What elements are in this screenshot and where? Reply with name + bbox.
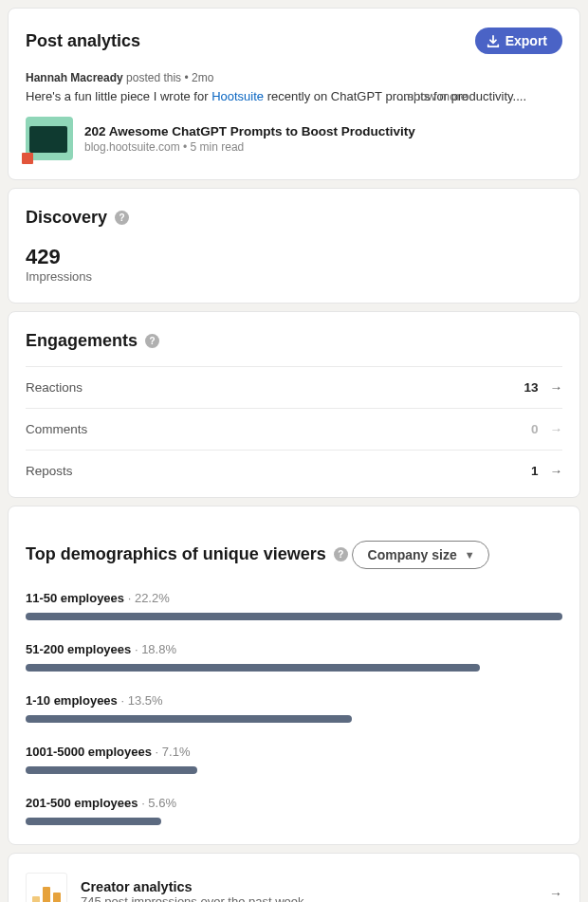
download-icon (487, 34, 500, 47)
demographic-row: 11-50 employees · 22.2% (26, 590, 562, 620)
discovery-card: Discovery ? 429 Impressions (8, 188, 580, 304)
demographic-row: 1001-5000 employees · 7.1% (26, 744, 562, 774)
demographics-title: Top demographics of unique viewers ? (26, 544, 348, 564)
demographic-percent: · 7.1% (152, 745, 190, 759)
demographic-bar (26, 664, 562, 672)
chevron-down-icon: ▼ (465, 549, 475, 561)
arrow-right-icon: → (550, 422, 563, 436)
demographic-row: 51-200 employees · 18.8% (26, 641, 562, 672)
engagement-row-reactions[interactable]: Reactions13→ (26, 366, 562, 408)
post-body: Here's a fun little piece I wrote for Ho… (26, 88, 562, 105)
post-author-line: Hannah Macready posted this • 2mo (26, 71, 562, 84)
demographic-dimension-dropdown[interactable]: Company size ▼ (352, 541, 489, 569)
demographic-bar (26, 766, 562, 774)
export-button[interactable]: Export (475, 28, 562, 54)
impressions-value: 429 (26, 245, 562, 269)
show-more-button[interactable]: ...show more (397, 88, 468, 105)
demographic-bar (26, 613, 562, 620)
impressions-label: Impressions (26, 269, 562, 284)
header-row: Post analytics Export (26, 28, 562, 54)
demographics-card: Top demographics of unique viewers ? Com… (8, 506, 580, 845)
arrow-right-icon: → (550, 464, 563, 478)
engagements-title: Engagements ? (26, 331, 159, 351)
engagement-row-reposts[interactable]: Reposts1→ (26, 450, 562, 478)
engagement-label: Reactions (26, 380, 83, 395)
creator-analytics-subtitle: 745 post impressions over the past week (81, 894, 536, 902)
bar-chart-icon (26, 873, 67, 902)
post-time: 2mo (192, 71, 213, 84)
demographic-label: 1001-5000 employees (26, 745, 152, 759)
link-preview[interactable]: 202 Awesome ChatGPT Prompts to Boost Pro… (26, 117, 562, 160)
demographic-row: 201-500 employees · 5.6% (26, 795, 562, 825)
demographic-label: 11-50 employees (26, 591, 124, 605)
brand-link[interactable]: Hootsuite (211, 89, 264, 103)
post-author[interactable]: Hannah Macready (26, 71, 123, 84)
page-title: Post analytics (26, 31, 140, 51)
creator-analytics-title: Creator analytics (81, 879, 536, 894)
engagement-value: 0 (531, 422, 539, 436)
engagement-value: 1 (531, 464, 539, 478)
demographic-bar (26, 715, 562, 723)
arrow-right-icon: → (550, 380, 563, 395)
demographic-percent: · 22.2% (124, 591, 170, 605)
discovery-title: Discovery ? (26, 208, 129, 228)
link-title: 202 Awesome ChatGPT Prompts to Boost Pro… (84, 124, 415, 138)
post-analytics-card: Post analytics Export Hannah Macready po… (8, 8, 580, 180)
demographic-label: 1-10 employees (26, 693, 118, 708)
engagement-label: Reposts (26, 464, 73, 478)
engagement-value: 13 (524, 380, 538, 395)
demographic-row: 1-10 employees · 13.5% (26, 692, 562, 723)
demographic-percent: · 18.8% (131, 642, 176, 656)
link-thumbnail (26, 117, 73, 160)
demographic-label: 201-500 employees (26, 796, 138, 810)
help-icon[interactable]: ? (145, 334, 159, 348)
engagement-row-comments: Comments0→ (26, 408, 562, 450)
engagements-card: Engagements ? Reactions13→Comments0→Repo… (8, 311, 580, 498)
demographic-percent: · 5.6% (138, 796, 176, 810)
creator-analytics-card[interactable]: Creator analytics 745 post impressions o… (8, 853, 580, 902)
demographic-label: 51-200 employees (26, 642, 131, 656)
demographic-bar (26, 818, 562, 825)
link-meta: blog.hootsuite.com • 5 min read (84, 140, 415, 154)
demographic-percent: · 13.5% (118, 693, 163, 708)
engagement-label: Comments (26, 422, 87, 436)
export-button-label: Export (505, 33, 547, 48)
arrow-right-icon: → (549, 886, 562, 901)
help-icon[interactable]: ? (334, 547, 348, 561)
help-icon[interactable]: ? (115, 211, 129, 225)
